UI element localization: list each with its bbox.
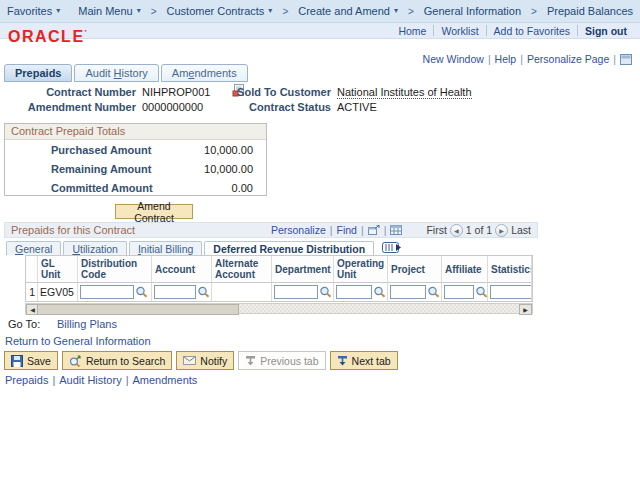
grid-tab-deferred-revenue-distribution[interactable]: Deferred Revenue Distribution xyxy=(204,241,374,255)
download-icon[interactable] xyxy=(390,225,402,235)
scroll-right-icon[interactable]: ▶ xyxy=(519,304,532,315)
return-to-search-icon xyxy=(69,355,82,367)
statistics-input[interactable] xyxy=(490,285,532,299)
alternate-account-cell xyxy=(212,283,272,301)
department-input[interactable] xyxy=(274,285,318,299)
notify-label: Notify xyxy=(200,355,227,367)
sold-to-customer-value[interactable]: National Institutes of Health xyxy=(337,86,472,99)
save-button[interactable]: Save xyxy=(4,351,58,370)
breadcrumb-create-and-amend[interactable]: Create and Amend ▾ xyxy=(291,5,405,17)
view-all-icon[interactable] xyxy=(368,225,380,235)
breadcrumb-label: Prepaid Balances xyxy=(547,5,633,17)
save-icon xyxy=(11,355,23,367)
department-cell xyxy=(272,283,334,301)
toolbar: Save Return to Search Notify Previous ta… xyxy=(4,351,398,370)
return-to-general-information-link[interactable]: Return to General Information xyxy=(5,335,151,347)
favorites-menu[interactable]: Favorites ▾ xyxy=(0,5,67,17)
statistics-cell xyxy=(488,283,532,301)
remaining-amount-label: Remaining Amount xyxy=(51,163,151,175)
footer-page-links: Prepaids | Audit History | Amendments xyxy=(5,374,197,386)
grid-bar-links: Personalize | Find | | xyxy=(271,224,403,236)
chevron-down-icon: ▾ xyxy=(394,7,398,15)
main-menu[interactable]: Main Menu ▾ xyxy=(71,5,147,17)
grid-tab-initial-billing[interactable]: Initial Billing xyxy=(129,241,202,255)
column-header-affiliate: Affiliate xyxy=(442,256,488,283)
column-header-statistics: Statistics xyxy=(488,256,532,283)
tab-label: Amendments xyxy=(172,67,237,79)
purchased-amount-label: Purchased Amount xyxy=(51,144,151,156)
show-all-columns-icon[interactable] xyxy=(382,242,403,253)
breadcrumb-customer-contracts[interactable]: Customer Contracts ▾ xyxy=(160,5,280,17)
account-cell xyxy=(152,283,212,301)
remaining-amount-value: 10,000.00 xyxy=(204,163,253,175)
affiliate-input[interactable] xyxy=(444,285,474,299)
project-cell xyxy=(388,283,442,301)
tab-amendments[interactable]: Amendments xyxy=(161,64,248,82)
personalize-link[interactable]: Personalize xyxy=(271,224,326,236)
notify-button[interactable]: Notify xyxy=(176,351,234,370)
account-input[interactable] xyxy=(154,285,196,299)
divider: | xyxy=(361,224,364,236)
grid-table: GL Unit Distribution Code Account Altern… xyxy=(25,255,533,302)
distribution-code-input[interactable] xyxy=(80,285,134,299)
footer-amendments-link[interactable]: Amendments xyxy=(133,374,198,386)
grid-header-bar: Prepaids for this Contract Personalize |… xyxy=(4,222,538,238)
help-link[interactable]: Help xyxy=(491,53,521,65)
operating-unit-input[interactable] xyxy=(336,285,372,299)
amendment-number-label: Amendment Number xyxy=(0,101,136,113)
column-header-operating-unit: Operating Unit xyxy=(334,256,388,283)
next-tab-label: Next tab xyxy=(352,355,391,367)
worklist-link[interactable]: Worklist xyxy=(434,25,485,37)
peoplesoft-prepaid-balances-page: Favorites ▾ Main Menu ▾ > Customer Contr… xyxy=(0,0,640,480)
grid-title: Prepaids for this Contract xyxy=(11,224,135,236)
find-link[interactable]: Find xyxy=(337,224,357,236)
favorites-label: Favorites xyxy=(7,5,52,17)
footer-prepaids-link[interactable]: Prepaids xyxy=(5,374,48,386)
breadcrumb-general-information[interactable]: General Information xyxy=(417,5,528,17)
project-input[interactable] xyxy=(390,285,426,299)
personalize-layout-icon[interactable] xyxy=(616,54,636,65)
lookup-icon[interactable] xyxy=(475,286,488,299)
lookup-icon[interactable] xyxy=(373,286,386,299)
next-tab-icon xyxy=(337,355,348,366)
scrollbar-thumb[interactable] xyxy=(37,304,239,315)
grid-tab-general[interactable]: General xyxy=(6,241,61,255)
personalize-page-link[interactable]: Personalize Page xyxy=(523,53,613,65)
previous-tab-button: Previous tab xyxy=(238,351,325,370)
lookup-icon[interactable] xyxy=(197,286,210,299)
amend-contract-button[interactable]: Amend Contract xyxy=(115,204,193,219)
distribution-code-cell xyxy=(78,283,152,301)
page-tabs: Prepaids Audit History Amendments xyxy=(4,64,250,82)
pager-last-label: Last xyxy=(511,224,531,236)
lookup-icon[interactable] xyxy=(319,286,332,299)
notify-icon xyxy=(183,355,196,366)
sign-out-link[interactable]: Sign out xyxy=(578,25,634,37)
new-window-link[interactable]: New Window xyxy=(419,53,488,65)
last-row-icon[interactable]: ▶ xyxy=(495,224,508,237)
lookup-icon[interactable] xyxy=(135,286,148,299)
horizontal-scrollbar[interactable]: ◀ ▶ xyxy=(25,303,533,314)
return-to-search-button[interactable]: Return to Search xyxy=(62,351,172,370)
chevron-down-icon: ▾ xyxy=(137,7,141,15)
lookup-icon[interactable] xyxy=(427,286,440,299)
breadcrumb-prepaid-balances: Prepaid Balances xyxy=(540,5,640,17)
breadcrumb-label: Customer Contracts xyxy=(167,5,265,17)
home-link[interactable]: Home xyxy=(391,25,433,37)
tab-audit-history[interactable]: Audit History xyxy=(74,64,158,82)
first-row-icon[interactable]: ◀ xyxy=(450,224,463,237)
add-to-favorites-link[interactable]: Add to Favorites xyxy=(487,25,577,37)
affiliate-cell xyxy=(442,283,488,301)
prepaids-grid: Prepaids for this Contract Personalize |… xyxy=(4,222,538,314)
oracle-logo: ORACLE’ xyxy=(8,28,88,46)
operating-unit-cell xyxy=(334,283,388,301)
footer-audit-history-link[interactable]: Audit History xyxy=(59,374,121,386)
column-header-department: Department xyxy=(272,256,334,283)
grid-tab-label: General xyxy=(15,243,52,255)
next-tab-button[interactable]: Next tab xyxy=(330,351,398,370)
pager-first-label: First xyxy=(426,224,446,236)
divider: | xyxy=(126,374,129,386)
breadcrumb-separator: > xyxy=(148,6,160,17)
tab-prepaids[interactable]: Prepaids xyxy=(4,64,72,82)
grid-tab-utilization[interactable]: Utilization xyxy=(63,241,127,255)
billing-plans-link[interactable]: Billing Plans xyxy=(57,318,117,330)
